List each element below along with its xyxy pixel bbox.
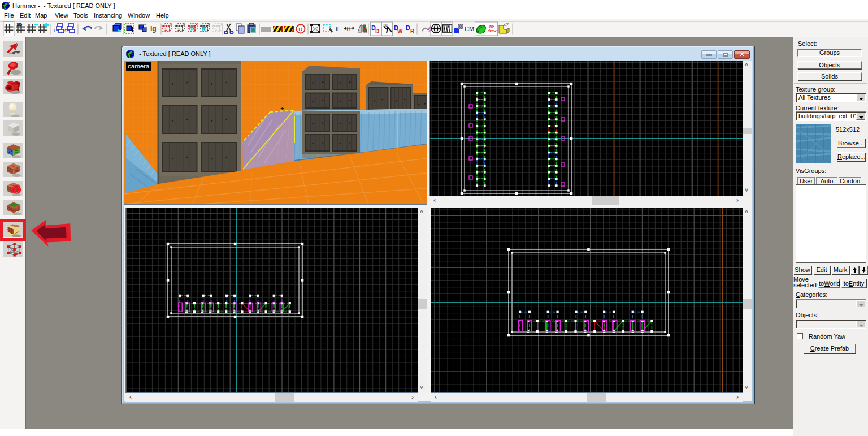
svg-text:ig: ig	[150, 25, 157, 33]
svg-text:tl: tl	[336, 25, 339, 32]
svg-text:R: R	[410, 28, 415, 34]
svg-text:CM: CM	[465, 25, 474, 32]
svg-text:tl: tl	[347, 25, 350, 32]
svg-text:draw: draw	[488, 28, 497, 33]
svg-text:D: D	[406, 24, 410, 31]
svg-text:W: W	[397, 28, 403, 34]
svg-text:camera: camera	[128, 63, 150, 70]
svg-text:D: D	[375, 28, 379, 34]
svg-text:Q: Q	[190, 27, 194, 32]
svg-text:1: 1	[177, 27, 180, 32]
svg-text:1: 1	[215, 27, 218, 32]
svg-text:3D: 3D	[16, 22, 22, 27]
svg-text:R: R	[299, 27, 303, 32]
svg-text:3D: 3D	[383, 23, 388, 27]
svg-text:1: 1	[164, 27, 167, 32]
svg-text:Q: Q	[203, 27, 206, 32]
